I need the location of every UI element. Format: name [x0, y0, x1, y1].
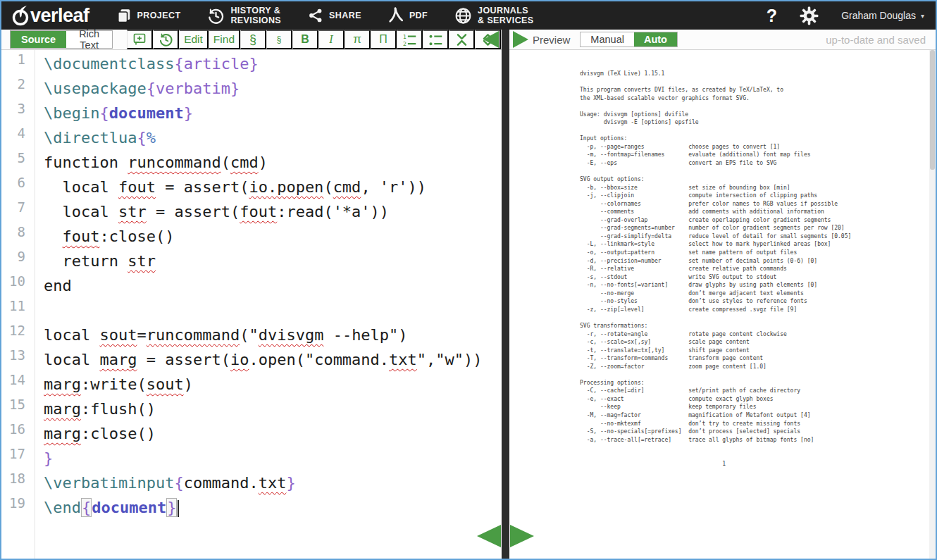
- editor-toolbar: Source Rich Text: [1, 30, 502, 50]
- history-clock-icon: [207, 7, 225, 25]
- code-line[interactable]: marg:close(): [44, 421, 502, 446]
- caret-down-icon: ▾: [921, 12, 924, 20]
- collapse-lines-button[interactable]: [449, 30, 475, 49]
- pdf-view[interactable]: dvisvgm (TeX Live) 1.15.1 This program c…: [509, 50, 936, 559]
- code-line[interactable]: [44, 298, 502, 323]
- settings-gear-icon[interactable]: [800, 6, 819, 25]
- code-line[interactable]: local str = assert(fout:read('*a')): [44, 199, 502, 224]
- nav-item-label: HISTORY &REVISIONS: [230, 6, 281, 26]
- expand-preview-arrow-bottom[interactable]: [510, 525, 534, 547]
- add-comment-button[interactable]: [127, 30, 153, 49]
- line-number: 18: [1, 471, 35, 495]
- line-number: 2: [1, 76, 35, 101]
- section-button[interactable]: §: [240, 30, 266, 49]
- code-line[interactable]: \usepackage{verbatim}: [44, 76, 502, 101]
- preview-scrollbar[interactable]: [929, 50, 936, 559]
- preview-toolbar: Preview Manual Auto up-to-date and saved: [509, 30, 936, 50]
- nav-item-label: PDF: [409, 11, 428, 20]
- svg-text:1: 1: [402, 33, 406, 39]
- code-line[interactable]: \begin{document}: [44, 101, 502, 125]
- header-right-cluster: ?: [767, 6, 936, 26]
- find-button[interactable]: Find: [209, 30, 240, 49]
- auto-compile-button[interactable]: Auto: [634, 32, 677, 46]
- editor-toolbar-buttons: Edit Find § § B I π Π 1 2: [127, 30, 502, 49]
- code-line[interactable]: \documentclass{article}: [44, 51, 502, 76]
- svg-text:2: 2: [402, 41, 406, 47]
- code-line[interactable]: function runcommand(cmd): [44, 150, 502, 175]
- source-mode-button[interactable]: Source: [11, 31, 66, 48]
- numbered-list-icon: 1 2: [402, 32, 417, 47]
- code-line[interactable]: marg:write(sout): [44, 372, 502, 397]
- line-number: 11: [1, 298, 35, 323]
- text-cursor: [178, 500, 179, 517]
- mode-toggle: Source Rich Text: [10, 30, 113, 49]
- rich-text-mode-button[interactable]: Rich Text: [66, 31, 112, 48]
- preview-scrollbar-thumb[interactable]: [930, 50, 935, 170]
- header-nav: PROJECT HISTORY &REVISIONS: [89, 1, 534, 30]
- code-line[interactable]: local marg = assert(io.open("command.txt…: [44, 347, 502, 372]
- line-number: 4: [1, 125, 35, 150]
- overleaf-leaf-icon: [11, 5, 30, 26]
- line-number: 13: [1, 347, 35, 372]
- code-line[interactable]: marg:flush(): [44, 397, 502, 421]
- pdf-page-content: dvisvgm (TeX Live) 1.15.1 This program c…: [580, 70, 936, 468]
- main-split: Source Rich Text: [1, 30, 936, 559]
- expand-preview-arrow[interactable]: [513, 31, 528, 48]
- user-name: Graham Douglas: [841, 10, 916, 21]
- preview-pane: Preview Manual Auto up-to-date and saved…: [509, 30, 936, 559]
- preview-label: Preview: [533, 34, 570, 46]
- code-line[interactable]: \directlua{%: [44, 125, 502, 150]
- logo-text: verleaf: [30, 5, 89, 27]
- line-number: 3: [1, 101, 35, 125]
- code-line[interactable]: }: [44, 446, 502, 471]
- share-icon: [308, 8, 323, 23]
- edit-menu-button[interactable]: Edit: [179, 30, 209, 49]
- line-number: 14: [1, 372, 35, 397]
- line-number: 16: [1, 421, 35, 446]
- track-changes-button[interactable]: [153, 30, 179, 49]
- bold-button[interactable]: B: [292, 30, 318, 49]
- collapse-editor-arrow[interactable]: [483, 31, 499, 48]
- code-line[interactable]: \verbatiminput{command.txt}: [44, 471, 502, 495]
- code-line[interactable]: return str: [44, 249, 502, 273]
- user-menu[interactable]: Graham Douglas ▾: [841, 10, 924, 21]
- code-line[interactable]: fout:close(): [44, 224, 502, 249]
- line-number: 7: [1, 199, 35, 224]
- overleaf-logo[interactable]: verleaf: [11, 5, 89, 27]
- manual-compile-button[interactable]: Manual: [581, 32, 634, 46]
- compile-mode-toggle: Manual Auto: [580, 32, 678, 47]
- code-line[interactable]: \end{document}: [44, 495, 502, 520]
- nav-item-pdf[interactable]: PDF: [388, 1, 428, 30]
- subsection-button[interactable]: §: [266, 30, 292, 49]
- line-number: 15: [1, 397, 35, 421]
- editor-pane: Source Rich Text: [1, 30, 502, 559]
- nav-item-project[interactable]: PROJECT: [116, 1, 181, 30]
- code-line[interactable]: end: [44, 273, 502, 298]
- display-math-button[interactable]: Π: [371, 30, 397, 49]
- line-number: 1: [1, 51, 35, 76]
- editor-gutter: 12345678910111213141516171819: [1, 50, 35, 559]
- line-number: 12: [1, 323, 35, 347]
- collapse-editor-arrow-bottom[interactable]: [477, 525, 501, 547]
- nav-item-history-revisions[interactable]: HISTORY &REVISIONS: [207, 1, 281, 30]
- nav-item-label: JOURNALS& SERVICES: [478, 6, 534, 26]
- bullet-list-button[interactable]: [423, 30, 449, 49]
- code-line[interactable]: local fout = assert(io.popen(cmd, 'r')): [44, 175, 502, 199]
- nav-item-share[interactable]: SHARE: [308, 1, 361, 30]
- nav-item-label: PROJECT: [137, 11, 181, 20]
- editor-code[interactable]: \documentclass{article}\usepackage{verba…: [35, 50, 502, 559]
- code-area[interactable]: 12345678910111213141516171819 \documentc…: [1, 50, 502, 559]
- overleaf-window: verleaf PROJECT: [0, 0, 937, 560]
- code-line[interactable]: local sout=runcommand("dvisvgm --help"): [44, 323, 502, 347]
- pane-divider[interactable]: [502, 30, 509, 559]
- top-header-bar: verleaf PROJECT: [1, 1, 936, 30]
- italic-button[interactable]: I: [318, 30, 345, 49]
- project-icon: [116, 8, 132, 23]
- line-number: 6: [1, 175, 35, 199]
- numbered-list-button[interactable]: 1 2: [397, 30, 423, 49]
- help-button[interactable]: ?: [767, 6, 777, 26]
- inline-math-button[interactable]: π: [345, 30, 371, 49]
- save-status-text: up-to-date and saved: [826, 34, 936, 46]
- nav-item-journals-services[interactable]: JOURNALS& SERVICES: [454, 1, 534, 30]
- line-number: 8: [1, 224, 35, 249]
